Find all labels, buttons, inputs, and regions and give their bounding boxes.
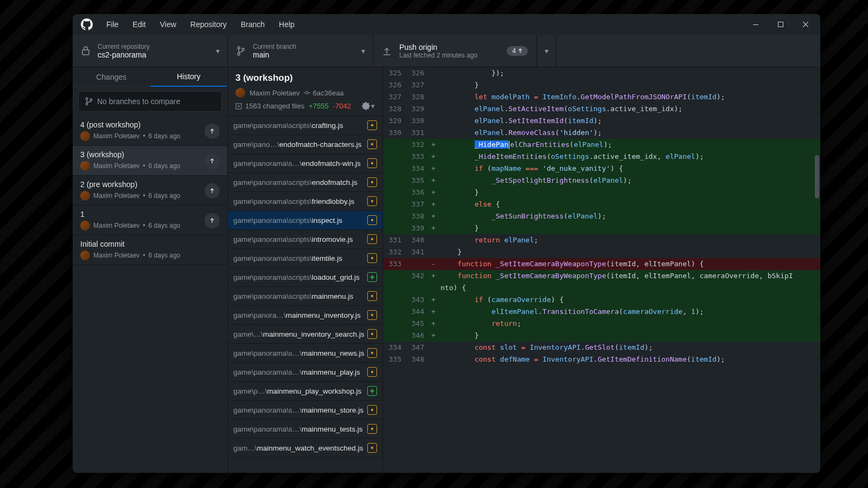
push-commit-button[interactable] [205, 124, 220, 139]
line-number-old [383, 210, 406, 222]
file-row[interactable]: game\panorama\s…\mainmenu_store.js• [228, 401, 382, 420]
commit-sha[interactable]: 6ac36eaa [304, 89, 343, 97]
diff-line[interactable]: 326 327 } [383, 79, 820, 91]
commit-item-title: 4 (post workshop) [80, 120, 220, 129]
avatar [80, 131, 90, 141]
line-number-old: 333 [383, 258, 406, 270]
file-row[interactable]: game\…\mainmenu_inventory_search.js• [228, 325, 382, 344]
file-row[interactable]: game\panorama\s…\endofmatch-win.js• [228, 154, 382, 173]
commit-item[interactable]: 2 (pre workshop) Maxim Poletaev • 6 days… [73, 176, 227, 206]
push-origin-button[interactable]: Push origin Last fetched 2 minutes ago 4 [373, 35, 537, 67]
commit-item-author: Maxim Poletaev [93, 162, 139, 170]
menu-repository[interactable]: Repository [184, 17, 233, 32]
diff-line[interactable]: 331 340 return elPanel; [383, 234, 820, 246]
diff-line[interactable]: 333 - function _SetItemCameraByWeaponTyp… [383, 258, 820, 270]
diff-line[interactable]: 337 + else { [383, 198, 820, 210]
commit-item-time: 6 days ago [149, 252, 181, 259]
diff-line[interactable]: 343 + if (cameraOverride) { [383, 294, 820, 306]
menu-view[interactable]: View [154, 17, 183, 32]
commit-item[interactable]: 4 (post workshop) Maxim Poletaev • 6 day… [73, 116, 227, 146]
file-row[interactable]: gam…\mainmenu_watch_eventsched.js• [228, 439, 382, 458]
diff-line[interactable]: 332 341 } [383, 246, 820, 258]
diff-line[interactable]: 338 + _SetSunBrightness(elPanel); [383, 210, 820, 222]
commit-item[interactable]: 3 (workshop) Maxim Poletaev • 6 days ago [73, 146, 227, 176]
code-content: const defName = InventoryAPI.GetItemDefi… [438, 354, 820, 365]
line-number-new: 343 [406, 294, 429, 306]
repo-selector[interactable]: Current repository cs2-panorama ▾ [73, 35, 228, 67]
file-row[interactable]: game\panorama\s…\mainmenu_tests.js• [228, 420, 382, 439]
menu-bar: File Edit View Repository Branch Help [100, 17, 301, 32]
file-row[interactable]: game\panorama\scripts\mainmenu.js• [228, 287, 382, 306]
diff-icon [235, 103, 242, 110]
branch-icon [237, 46, 245, 56]
push-commit-button[interactable] [205, 153, 220, 169]
file-path: game\…\mainmenu_inventory_search.js [233, 330, 364, 338]
diff-line[interactable]: 334 + if (mapName === 'de_nuke_vanity') … [383, 163, 820, 175]
code-content: } [438, 187, 820, 198]
line-number-old [383, 163, 406, 175]
file-row[interactable]: game\panorama\scripts\inspect.js• [228, 211, 382, 230]
file-row[interactable]: game\panorama\scripts\crafting.js• [228, 116, 382, 135]
file-row[interactable]: game\p…\mainmenu_play_workshop.js+ [228, 382, 382, 401]
maximize-button[interactable] [768, 16, 793, 33]
diff-view[interactable]: 325 326 });326 327 }327 328 let modelPat… [383, 67, 820, 473]
menu-edit[interactable]: Edit [126, 17, 152, 32]
file-path: game\panorama\scripts\endofmatch.js [233, 178, 364, 187]
diff-line[interactable]: 328 329 elPanel.SetActiveItem(oSettings.… [383, 103, 820, 115]
file-row[interactable]: game\panorama\scripts\intromovie.js• [228, 230, 382, 249]
chevron-down-icon: ▾ [545, 47, 548, 55]
menu-file[interactable]: File [100, 17, 125, 32]
file-row[interactable]: game\panorama\scripts\itemtile.js• [228, 249, 382, 268]
compare-branch-selector[interactable]: No branches to compare [78, 91, 222, 112]
diff-line[interactable]: 335 + _SetSpotlightBrightness(elPanel); [383, 175, 820, 187]
push-dropdown[interactable]: ▾ [537, 35, 557, 67]
close-button[interactable] [793, 16, 818, 33]
diff-line[interactable]: 336 + } [383, 187, 820, 198]
file-row[interactable]: game\pano…\endofmatch-characters.js• [228, 135, 382, 154]
file-row[interactable]: game\panorama\scripts\loadout_grid.js+ [228, 268, 382, 287]
diff-line[interactable]: 334 347 const slot = InventoryAPI.GetSlo… [383, 342, 820, 354]
diff-marker: + [429, 139, 438, 151]
repo-value: cs2-panorama [98, 50, 219, 59]
diff-marker [429, 342, 438, 354]
push-commit-button[interactable] [205, 213, 220, 228]
scrollbar-thumb[interactable] [815, 155, 819, 198]
diff-line[interactable]: 335 348 const defName = InventoryAPI.Get… [383, 354, 820, 365]
branch-selector[interactable]: Current branch main ▾ [228, 35, 373, 67]
diff-line[interactable]: nto) { [383, 282, 820, 294]
diff-line[interactable]: 346 + } [383, 330, 820, 342]
avatar [80, 191, 90, 201]
diff-line[interactable]: 345 + return; [383, 318, 820, 330]
tab-history[interactable]: History [150, 67, 228, 87]
commit-detail-panel: 3 (workshop) Maxim Poletaev 6ac36eaa 156… [228, 67, 383, 473]
push-commit-button[interactable] [205, 183, 220, 198]
file-row[interactable]: game\panora…\mainmenu_inventory.js• [228, 306, 382, 325]
menu-branch[interactable]: Branch [234, 17, 271, 32]
diff-line[interactable]: 342 + function _SetItemCameraByWeaponTyp… [383, 270, 820, 282]
diff-marker: + [429, 330, 438, 342]
settings-button[interactable]: ▾ [362, 102, 375, 110]
diff-marker [429, 115, 438, 127]
diff-line[interactable]: 329 330 elPanel.SetItemItemId(itemId); [383, 115, 820, 127]
file-row[interactable]: game\panorama\s…\mainmenu_news.js• [228, 344, 382, 363]
diff-line[interactable]: 339 + } [383, 222, 820, 234]
diff-line[interactable]: 327 328 let modelPath = ItemInfo.GetMode… [383, 91, 820, 103]
code-content: const slot = InventoryAPI.GetSlot(itemId… [438, 342, 820, 354]
diff-line[interactable]: 332 + _HidePanelCharEntities(elPanel); [383, 139, 820, 151]
file-path: game\panorama\scripts\loadout_grid.js [233, 273, 364, 281]
diff-line[interactable]: 330 331 elPanel.RemoveClass('hidden'); [383, 127, 820, 139]
minimize-button[interactable] [743, 16, 768, 33]
diff-line[interactable]: 325 326 }); [383, 67, 820, 79]
commit-item[interactable]: 1 Maxim Poletaev • 6 days ago [73, 206, 227, 235]
file-row[interactable]: game\panorama\s…\mainmenu_play.js• [228, 363, 382, 382]
diff-line[interactable]: 333 + _HideItemEntities(oSettings.active… [383, 151, 820, 163]
tab-changes[interactable]: Changes [73, 67, 150, 87]
diff-marker: + [429, 198, 438, 210]
file-path: gam…\mainmenu_watch_eventsched.js [233, 444, 364, 452]
menu-help[interactable]: Help [272, 17, 301, 32]
file-row[interactable]: game\panorama\scripts\endofmatch.js• [228, 173, 382, 192]
code-content: _SetSpotlightBrightness(elPanel); [438, 175, 820, 187]
file-row[interactable]: game\panorama\scripts\friendlobby.js• [228, 192, 382, 211]
diff-line[interactable]: 344 + elItemPanel.TransitionToCamera(cam… [383, 306, 820, 318]
commit-item[interactable]: Initial commit Maxim Poletaev • 6 days a… [73, 235, 227, 265]
